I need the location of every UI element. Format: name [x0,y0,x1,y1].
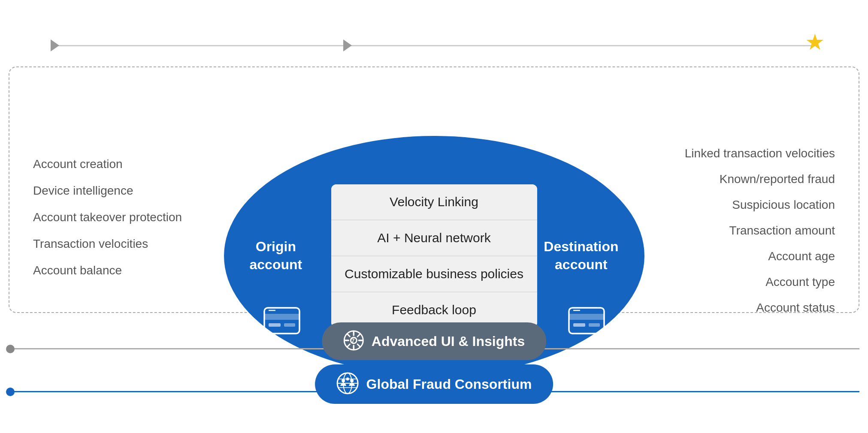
left-feature-list: Account creation Device intelligence Acc… [33,157,182,277]
svg-point-26 [342,379,345,382]
center-panel-item-ai: AI + Neural network [331,220,537,256]
list-item: Linked transaction velocities [685,147,835,160]
global-badge-text: Global Fraud Consortium [366,376,532,392]
main-box: Account creation Device intelligence Acc… [9,66,859,313]
advanced-ui-badge: 7 Advanced UI & Insights [322,322,546,360]
destination-card-icon [567,306,606,335]
list-item: Device intelligence [33,184,182,198]
list-item: Account creation [33,157,182,171]
svg-line-16 [347,334,350,337]
list-item: Transaction velocities [33,237,182,251]
svg-text:7: 7 [351,337,354,344]
timeline-arrow-1 [51,39,59,51]
origin-card-icon [263,306,301,335]
bottom-dot-blue [6,388,15,396]
list-item: Account takeover protection [33,210,182,224]
destination-account-label: Destination account [544,238,618,274]
svg-rect-5 [569,308,604,334]
right-feature-list: Linked transaction velocities Known/repo… [685,147,835,315]
svg-line-19 [347,344,350,347]
svg-point-27 [350,379,354,382]
timeline-arrow-2 [343,39,352,51]
list-item: Account balance [33,264,182,277]
bottom-dot-gray [6,345,15,353]
center-panel-item-velocity: Velocity Linking [331,184,537,220]
svg-rect-6 [569,314,604,320]
list-item: Account age [685,250,835,263]
svg-rect-2 [269,323,281,327]
timeline-top [56,45,812,46]
list-item: Known/reported fraud [685,172,835,186]
list-item: Transaction amount [685,224,835,238]
list-item: Suspicious location [685,198,835,212]
center-panel: Velocity Linking AI + Neural network Cus… [331,184,537,328]
svg-line-18 [357,334,360,337]
svg-rect-0 [264,308,299,334]
origin-account-label: Origin account [250,238,302,274]
star-icon: ★ [805,31,825,53]
svg-rect-1 [264,314,299,320]
people-icon [336,372,359,396]
center-panel-item-policies: Customizable business policies [331,256,537,292]
advanced-badge-text: Advanced UI & Insights [372,334,525,349]
list-item: Account status [685,301,835,315]
gear-icon: 7 [343,330,364,352]
svg-line-17 [357,344,360,347]
global-fraud-badge: Global Fraud Consortium [315,364,553,404]
svg-point-28 [346,378,349,381]
svg-rect-8 [589,323,600,327]
svg-rect-3 [284,323,295,327]
svg-rect-7 [573,323,585,327]
list-item: Account type [685,275,835,289]
